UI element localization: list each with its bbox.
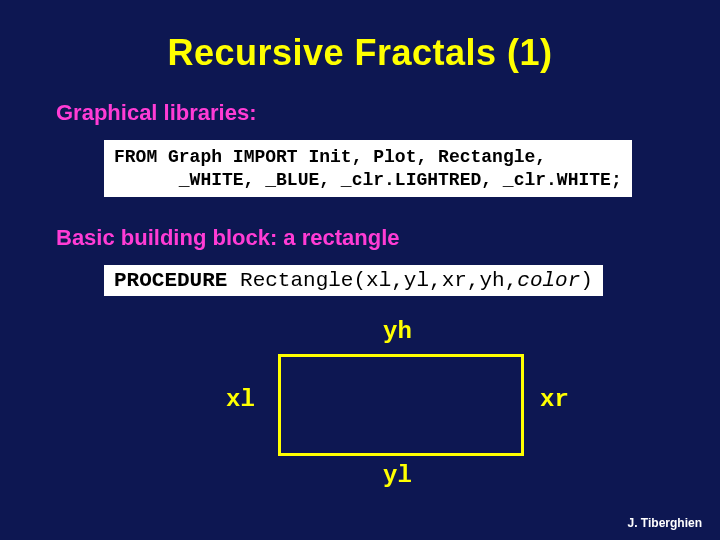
code-text: Graph	[157, 147, 233, 167]
code-keyword-import: IMPORT	[233, 147, 298, 167]
label-xl: xl	[226, 386, 255, 413]
rectangle-diagram: yh xl xr yl	[206, 322, 586, 492]
label-yl: yl	[383, 462, 412, 489]
code-procedure-block: PROCEDURE Rectangle(xl,yl,xr,yh,color)	[104, 265, 603, 296]
section-building-block: Basic building block: a rectangle	[56, 225, 664, 251]
section-graphical-libraries: Graphical libraries:	[56, 100, 664, 126]
label-xr: xr	[540, 386, 569, 413]
code-param-color: color	[517, 269, 580, 292]
slide-title: Recursive Fractals (1)	[56, 32, 664, 74]
label-yh: yh	[383, 318, 412, 345]
code-text: )	[580, 269, 593, 292]
code-import-block: FROM Graph IMPORT Init, Plot, Rectangle,…	[104, 140, 632, 197]
code-text: Init, Plot, Rectangle,	[298, 147, 546, 167]
code-text: _WHITE, _BLUE, _clr.LIGHTRED, _clr.WHITE…	[114, 170, 622, 190]
code-keyword-procedure: PROCEDURE	[114, 269, 227, 292]
code-text: Rectangle(xl,yl,xr,yh,	[227, 269, 517, 292]
slide: Recursive Fractals (1) Graphical librari…	[0, 0, 720, 540]
rectangle-shape	[278, 354, 524, 456]
footer-author: J. Tiberghien	[628, 516, 702, 530]
code-keyword-from: FROM	[114, 147, 157, 167]
